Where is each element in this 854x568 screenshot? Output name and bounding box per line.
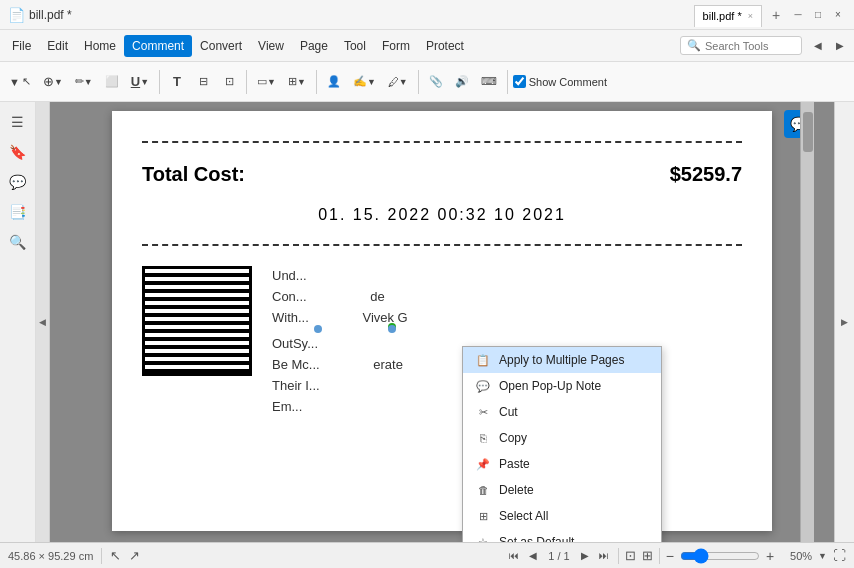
zoom-out-btn[interactable]: − (666, 548, 674, 564)
main-area: ☰ 🔖 💬 📑 🔍 ◀ 💬 Total Cost: $5259.7 01. 15… (0, 102, 854, 542)
toolbar-select[interactable]: ▼ ↖ (4, 68, 36, 96)
back-btn[interactable]: ◀ (808, 36, 828, 56)
close-tab-btn[interactable]: × (748, 11, 753, 21)
minimize-btn[interactable]: ─ (790, 7, 806, 23)
measure-dropdown: ▼ (297, 77, 306, 87)
menu-tool[interactable]: Tool (336, 35, 374, 57)
zoom-in-btn[interactable]: + (766, 548, 774, 564)
dashed-line-top (142, 141, 742, 143)
paste-icon: 📌 (475, 456, 491, 472)
toolbar-rect[interactable]: ▭ ▼ (252, 68, 281, 96)
qr-code (142, 266, 252, 376)
ctx-cut-label: Cut (499, 405, 518, 419)
fit-page-btn[interactable]: ⊡ (625, 548, 636, 563)
zoom-slider[interactable] (680, 548, 760, 564)
toolbar-clip[interactable]: 📎 (424, 68, 448, 96)
search-tools[interactable]: 🔍 (680, 36, 802, 55)
right-panel-toggle[interactable]: ▶ (834, 102, 854, 542)
toolbar-sign[interactable]: ✍ ▼ (348, 68, 381, 96)
close-btn[interactable]: × (830, 7, 846, 23)
menu-home[interactable]: Home (76, 35, 124, 57)
ctx-copy[interactable]: ⎘ Copy (463, 425, 661, 451)
sidebar-search-icon[interactable]: 🔍 (6, 230, 30, 254)
show-comment-toggle[interactable]: Show Comment (513, 75, 607, 88)
show-comment-label: Show Comment (529, 76, 607, 88)
set-default-icon: ☆ (475, 534, 491, 542)
toolbar-typewriter[interactable]: ⌨ (476, 68, 502, 96)
fullscreen-btn[interactable]: ⛶ (833, 548, 846, 563)
menu-convert[interactable]: Convert (192, 35, 250, 57)
ctx-cut[interactable]: ✂ Cut (463, 399, 661, 425)
toolbar-text[interactable]: T (165, 68, 189, 96)
handle-topleft[interactable] (388, 325, 396, 333)
scroll-thumb[interactable] (803, 112, 813, 152)
menu-protect[interactable]: Protect (418, 35, 472, 57)
search-icon: 🔍 (687, 39, 701, 52)
zoom-level: 50% (780, 550, 812, 562)
cut-icon: ✂ (475, 404, 491, 420)
pdf-page: Total Cost: $5259.7 01. 15. 2022 00:32 1… (112, 111, 772, 531)
active-tab[interactable]: bill.pdf * × (694, 5, 762, 27)
prev-page-btn[interactable]: ◀ (525, 548, 541, 564)
sidebar-pages-icon[interactable]: 📑 (6, 200, 30, 224)
sidebar-toggle-btn[interactable]: ◀ (36, 102, 50, 542)
toolbar-eraser[interactable]: ⬜ (100, 68, 124, 96)
ctx-apply-multiple[interactable]: 📋 Apply to Multiple Pages (463, 347, 661, 373)
handle-topright[interactable] (314, 325, 322, 333)
menu-view[interactable]: View (250, 35, 292, 57)
show-comment-checkbox[interactable] (513, 75, 526, 88)
toolbar-link[interactable]: 🖊 ▼ (383, 68, 413, 96)
first-page-btn[interactable]: ⏮ (506, 548, 522, 564)
ctx-select-all[interactable]: ⊞ Select All (463, 503, 661, 529)
tab-label: bill.pdf * (703, 10, 742, 22)
toolbar-underline[interactable]: U ▼ (126, 68, 154, 96)
restore-btn[interactable]: □ (810, 7, 826, 23)
toolbar-stamp[interactable]: ⊕ ▼ (38, 68, 68, 96)
sidebar-panel-icon[interactable]: ☰ (6, 110, 30, 134)
ctx-copy-label: Copy (499, 431, 527, 445)
stamp-icon: ⊕ (43, 74, 54, 89)
forward-btn[interactable]: ▶ (830, 36, 850, 56)
zoom-dropdown-btn[interactable]: ▼ (818, 551, 827, 561)
ctx-paste[interactable]: 📌 Paste (463, 451, 661, 477)
menu-page[interactable]: Page (292, 35, 336, 57)
toolbar-stamp2[interactable]: 👤 (322, 68, 346, 96)
ctx-open-popup[interactable]: 💬 Open Pop-Up Note (463, 373, 661, 399)
window-title: bill.pdf * (29, 8, 694, 22)
sidebar-comment-icon[interactable]: 💬 (6, 170, 30, 194)
menu-edit[interactable]: Edit (39, 35, 76, 57)
select-label: ↖ (22, 75, 31, 88)
total-cost-label: Total Cost: (142, 163, 245, 186)
ctx-set-default-label: Set as Default (499, 535, 574, 542)
menu-file[interactable]: File (4, 35, 39, 57)
menu-form[interactable]: Form (374, 35, 418, 57)
pen-icon: ✏ (75, 75, 84, 88)
next-page-btn[interactable]: ▶ (577, 548, 593, 564)
clip-icon: 📎 (429, 75, 443, 88)
statusbar: 45.86 × 95.29 cm ↖ ↗ ⏮ ◀ 1 / 1 ▶ ⏭ ⊡ ⊞ −… (0, 542, 854, 568)
last-page-btn[interactable]: ⏭ (596, 548, 612, 564)
toolbar-audio[interactable]: 🔊 (450, 68, 474, 96)
window-controls: ─ □ × (790, 7, 846, 23)
menu-comment[interactable]: Comment (124, 35, 192, 57)
sign-dropdown: ▼ (367, 77, 376, 87)
search-input[interactable] (705, 40, 795, 52)
context-menu: 📋 Apply to Multiple Pages 💬 Open Pop-Up … (462, 346, 662, 542)
total-cost-value: $5259.7 (670, 163, 742, 186)
fit-width-btn[interactable]: ⊞ (642, 548, 653, 563)
nav-buttons: ◀ ▶ (808, 36, 850, 56)
ctx-delete[interactable]: 🗑 Delete (463, 477, 661, 503)
sidebar-bookmark-icon[interactable]: 🔖 (6, 140, 30, 164)
new-tab-btn[interactable]: + (766, 5, 786, 25)
pdf-scrollbar[interactable] (800, 102, 814, 542)
ctx-apply-multiple-label: Apply to Multiple Pages (499, 353, 624, 367)
cursor-tool-btn[interactable]: ↖ (110, 548, 121, 563)
ctx-set-default[interactable]: ☆ Set as Default (463, 529, 661, 542)
typewriter-icon: ⌨ (481, 75, 497, 88)
date-row: 01. 15. 2022 00:32 10 2021 (142, 196, 742, 234)
toolbar-textbox[interactable]: ⊟ (191, 68, 215, 96)
toolbar-measure[interactable]: ⊞ ▼ (283, 68, 311, 96)
toolbar-callout[interactable]: ⊡ (217, 68, 241, 96)
toolbar-pen[interactable]: ✏ ▼ (70, 68, 98, 96)
arrow-tool-btn[interactable]: ↗ (129, 548, 140, 563)
